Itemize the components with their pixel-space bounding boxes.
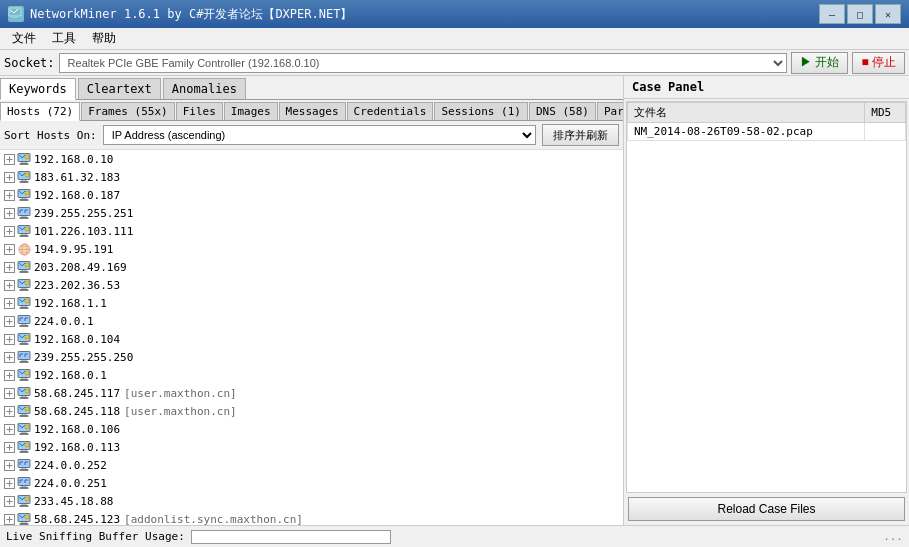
- menu-item-文件[interactable]: 文件: [4, 28, 44, 49]
- sort-select[interactable]: IP Address (ascending)IP Address (descen…: [103, 125, 536, 145]
- sub-tab-7[interactable]: DNS (58): [529, 102, 596, 120]
- host-row[interactable]: 192.168.0.187: [0, 186, 609, 204]
- host-row[interactable]: 58.68.245.123[addonlist.sync.maxthon.cn]: [0, 510, 609, 525]
- case-tbody: NM_2014-08-26T09-58-02.pcap: [628, 123, 906, 141]
- host-row[interactable]: 233.45.18.88: [0, 492, 609, 510]
- host-ip: 194.9.95.191: [34, 243, 113, 256]
- refresh-button[interactable]: 排序并刷新: [542, 124, 619, 146]
- host-ip: 223.202.36.53: [34, 279, 120, 292]
- host-list-container: 192.168.0.10183.61.32.183192.168.0.18723…: [0, 150, 623, 525]
- sub-tab-1[interactable]: Frames (55x): [81, 102, 174, 120]
- host-row[interactable]: 192.168.1.1: [0, 294, 609, 312]
- svg-rect-173: [20, 524, 28, 525]
- svg-rect-36: [20, 218, 28, 219]
- case-files-table: 文件名 MD5 NM_2014-08-26T09-58-02.pcap: [627, 102, 906, 141]
- host-ip: 224.0.0.252: [34, 459, 107, 472]
- expand-icon[interactable]: [2, 350, 16, 364]
- tab-cleartext[interactable]: Cleartext: [78, 78, 161, 99]
- host-row[interactable]: 223.202.36.53: [0, 276, 609, 294]
- status-dots: ...: [883, 530, 903, 543]
- expand-icon[interactable]: [2, 296, 16, 310]
- sub-tab-5[interactable]: Credentials: [347, 102, 434, 120]
- socket-select[interactable]: Realtek PCIe GBE Family Controller (192.…: [59, 53, 787, 73]
- expand-icon[interactable]: [2, 440, 16, 454]
- minimize-button[interactable]: —: [819, 4, 845, 24]
- expand-icon[interactable]: [2, 242, 16, 256]
- svg-point-146: [25, 443, 29, 447]
- svg-point-128: [25, 407, 29, 411]
- host-row[interactable]: 192.168.0.104: [0, 330, 609, 348]
- svg-rect-134: [20, 434, 28, 435]
- case-file-row[interactable]: NM_2014-08-26T09-58-02.pcap: [628, 123, 906, 141]
- multicast-icon: [16, 206, 32, 220]
- host-row[interactable]: 224.0.0.251: [0, 474, 609, 492]
- start-button[interactable]: ▶ 开始: [791, 52, 848, 74]
- case-panel-header: Case Panel: [624, 76, 909, 99]
- expand-icon[interactable]: [2, 476, 16, 490]
- tab-bar: KeywordsCleartextAnomalies: [0, 76, 623, 100]
- tab-anomalies[interactable]: Anomalies: [163, 78, 246, 99]
- svg-rect-59: [20, 272, 28, 273]
- host-ip: 101.226.103.111: [34, 225, 133, 238]
- sub-tab-6[interactable]: Sessions (1): [434, 102, 527, 120]
- svg-point-45: [25, 227, 29, 231]
- expand-icon[interactable]: [2, 260, 16, 274]
- sub-tab-0[interactable]: Hosts (72): [0, 102, 80, 121]
- host-label: [addonlist.sync.maxthon.cn]: [124, 513, 303, 526]
- expand-icon[interactable]: [2, 188, 16, 202]
- title-bar: NetworkMiner 1.6.1 by C#开发者论坛【DXPER.NET】…: [0, 0, 909, 28]
- expand-icon[interactable]: [2, 206, 16, 220]
- expand-icon[interactable]: [2, 494, 16, 508]
- host-list: 192.168.0.10183.61.32.183192.168.0.18723…: [0, 150, 609, 525]
- stop-button[interactable]: ■ 停止: [852, 52, 905, 74]
- maximize-button[interactable]: □: [847, 4, 873, 24]
- host-row[interactable]: 192.168.0.106: [0, 420, 609, 438]
- sub-tab-bar: Hosts (72)Frames (55x)FilesImagesMessage…: [0, 100, 623, 121]
- globe-icon: [16, 242, 32, 256]
- host-label: [user.maxthon.cn]: [124, 387, 237, 400]
- host-ip: 192.168.0.1: [34, 369, 107, 382]
- expand-icon[interactable]: [2, 386, 16, 400]
- tab-keywords[interactable]: Keywords: [0, 78, 76, 100]
- computer-icon: [16, 440, 32, 454]
- host-ip: 192.168.0.113: [34, 441, 120, 454]
- svg-point-12: [25, 155, 29, 159]
- menu-item-帮助[interactable]: 帮助: [84, 28, 124, 49]
- host-row[interactable]: 101.226.103.111: [0, 222, 609, 240]
- close-button[interactable]: ✕: [875, 4, 901, 24]
- expand-icon[interactable]: [2, 422, 16, 436]
- expand-icon[interactable]: [2, 404, 16, 418]
- host-row[interactable]: 58.68.245.118[user.maxthon.cn]: [0, 402, 609, 420]
- host-ip: 239.255.255.251: [34, 207, 133, 220]
- expand-icon[interactable]: [2, 170, 16, 184]
- host-row[interactable]: 239.255.255.250: [0, 348, 609, 366]
- sub-tab-4[interactable]: Messages: [279, 102, 346, 120]
- reload-case-files-button[interactable]: Reload Case Files: [628, 497, 905, 521]
- expand-icon[interactable]: [2, 152, 16, 166]
- host-row[interactable]: 183.61.32.183: [0, 168, 609, 186]
- svg-point-176: [25, 515, 29, 519]
- host-row[interactable]: 224.0.0.252: [0, 456, 609, 474]
- sub-tab-3[interactable]: Images: [224, 102, 278, 120]
- host-row[interactable]: 203.208.49.169: [0, 258, 609, 276]
- host-row[interactable]: 58.68.245.117[user.maxthon.cn]: [0, 384, 609, 402]
- expand-icon[interactable]: [2, 512, 16, 525]
- expand-icon[interactable]: [2, 278, 16, 292]
- expand-icon[interactable]: [2, 314, 16, 328]
- sub-tab-8[interactable]: Parameters: [597, 102, 624, 120]
- expand-icon[interactable]: [2, 332, 16, 346]
- expand-icon[interactable]: [2, 368, 16, 382]
- svg-rect-116: [20, 398, 28, 399]
- expand-icon[interactable]: [2, 458, 16, 472]
- host-row[interactable]: 192.168.0.1: [0, 366, 609, 384]
- svg-rect-164: [20, 506, 28, 507]
- expand-icon[interactable]: [2, 224, 16, 238]
- host-row[interactable]: 192.168.0.10: [0, 150, 609, 168]
- host-row[interactable]: 239.255.255.251: [0, 204, 609, 222]
- host-row[interactable]: 224.0.0.1: [0, 312, 609, 330]
- left-panel: KeywordsCleartextAnomalies Hosts (72)Fra…: [0, 76, 624, 525]
- host-row[interactable]: 192.168.0.113: [0, 438, 609, 456]
- sub-tab-2[interactable]: Files: [176, 102, 223, 120]
- host-row[interactable]: 194.9.95.191: [0, 240, 609, 258]
- menu-item-工具[interactable]: 工具: [44, 28, 84, 49]
